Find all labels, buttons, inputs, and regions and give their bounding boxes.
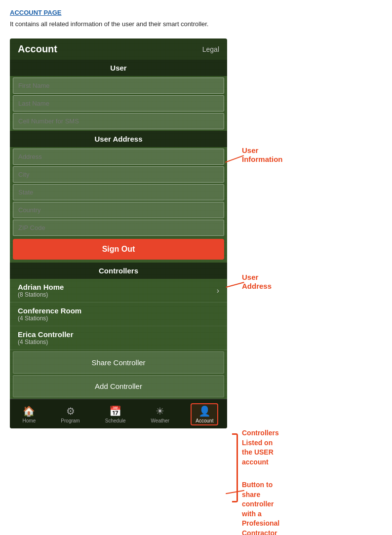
controller-item[interactable]: Erica Controller (4 Stations) bbox=[10, 326, 227, 350]
nav-label-weather: Weather bbox=[151, 418, 170, 423]
legal-link[interactable]: Legal bbox=[202, 45, 219, 53]
state-input[interactable] bbox=[13, 184, 224, 200]
app-header: Account Legal bbox=[10, 38, 227, 60]
controller-item[interactable]: Conference Room (4 Stations) bbox=[10, 303, 227, 326]
last-name-input[interactable] bbox=[13, 95, 224, 112]
app-screen: Account Legal User User Address Sig bbox=[10, 38, 227, 428]
bottom-nav: 🏠 Home ⚙ Program 📅 Schedule ☀ Weather bbox=[10, 399, 227, 428]
controllers-section-header: Controllers bbox=[10, 263, 227, 279]
controller-item[interactable]: Adrian Home (8 Stations) › bbox=[10, 279, 227, 303]
home-icon: 🏠 bbox=[23, 405, 35, 417]
user-section-header: User bbox=[10, 60, 227, 76]
page-description: It contains all related information of t… bbox=[10, 20, 382, 28]
share-controller-annotation: Button to share controller with a Profes… bbox=[242, 480, 279, 535]
nav-item-account[interactable]: 👤 Account bbox=[191, 403, 218, 425]
controller-stations: (4 Stations) bbox=[18, 339, 74, 345]
gear-icon: ⚙ bbox=[66, 405, 75, 417]
sign-out-button[interactable]: Sign Out bbox=[13, 239, 224, 260]
nav-label-home: Home bbox=[23, 418, 36, 423]
calendar-icon: 📅 bbox=[109, 405, 121, 417]
first-name-input[interactable] bbox=[13, 77, 224, 94]
zip-code-input[interactable] bbox=[13, 220, 224, 236]
controller-name: Adrian Home bbox=[18, 283, 64, 291]
nav-item-weather[interactable]: ☀ Weather bbox=[147, 404, 174, 424]
controller-stations: (8 Stations) bbox=[18, 291, 64, 298]
nav-label-account: Account bbox=[196, 418, 213, 423]
add-controller-button[interactable]: Add Controller bbox=[13, 375, 224, 397]
address-input[interactable] bbox=[13, 149, 224, 165]
app-title: Account bbox=[18, 43, 57, 55]
nav-item-program[interactable]: ⚙ Program bbox=[57, 404, 83, 424]
country-input[interactable] bbox=[13, 202, 224, 218]
controller-name: Erica Controller bbox=[18, 330, 74, 339]
controller-stations: (4 Stations) bbox=[18, 315, 81, 322]
sun-icon: ☀ bbox=[156, 405, 164, 417]
nav-item-schedule[interactable]: 📅 Schedule bbox=[101, 404, 130, 424]
user-address-annotation: User Address bbox=[242, 273, 272, 291]
nav-label-schedule: Schedule bbox=[105, 418, 126, 423]
controllers-listed-annotation: Controllers Listed on the USER account bbox=[242, 428, 279, 467]
nav-item-home[interactable]: 🏠 Home bbox=[19, 404, 40, 424]
controller-name: Conference Room bbox=[18, 306, 81, 315]
nav-label-program: Program bbox=[61, 418, 79, 423]
chevron-right-icon: › bbox=[217, 286, 219, 295]
user-information-annotation: User Information bbox=[242, 146, 283, 164]
share-controller-button[interactable]: Share Controller bbox=[13, 351, 224, 374]
user-address-section-header: User Address bbox=[10, 131, 227, 147]
city-input[interactable] bbox=[13, 166, 224, 183]
cell-number-input[interactable] bbox=[13, 113, 224, 129]
page-title: ACCOUNT PAGE bbox=[10, 9, 382, 16]
user-icon: 👤 bbox=[198, 405, 211, 417]
